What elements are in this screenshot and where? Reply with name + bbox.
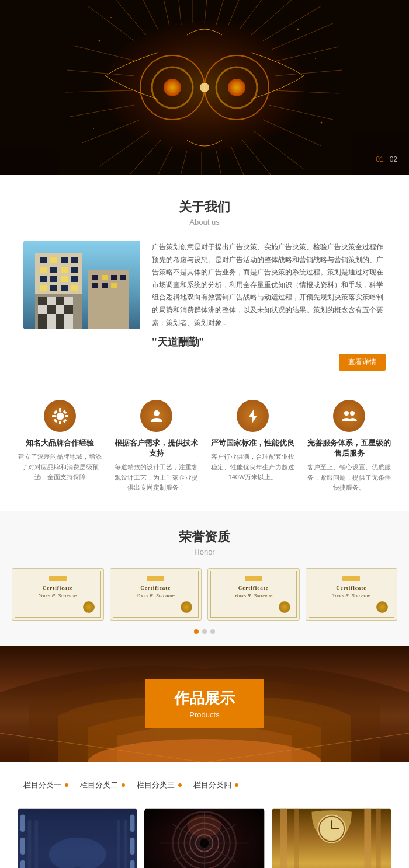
svg-rect-69 bbox=[50, 285, 57, 291]
lightning-icon bbox=[244, 407, 262, 425]
feature-desc-1: 建立了深厚的品牌地域，增添了对对应品牌和消费层级预选，全面支持保障 bbox=[18, 452, 102, 483]
tab-category-2[interactable]: 栏目分类二 bbox=[74, 777, 131, 793]
honor-dot-3[interactable] bbox=[210, 629, 215, 634]
svg-rect-79 bbox=[111, 283, 117, 288]
product-row-1: 产品展示六 bbox=[18, 808, 391, 868]
about-text-block: 广告策划创意是对于提出广告决策、实施广告决策、检验广告决策全过程作预先的考虑与设… bbox=[152, 241, 386, 371]
product-image-5 bbox=[144, 808, 264, 868]
certificate-list: Certificate Yours R. Surname Certificate… bbox=[12, 568, 397, 621]
feature-item-1: 知名大品牌合作经验 建立了深厚的品牌地域，增添了对对应品牌和消费层级预选，全面支… bbox=[18, 400, 102, 493]
svg-rect-71 bbox=[71, 285, 78, 291]
feature-icon-1 bbox=[44, 400, 76, 432]
tab-label-2: 栏目分类二 bbox=[80, 780, 118, 790]
cert-seal-3 bbox=[279, 601, 290, 613]
svg-rect-78 bbox=[102, 283, 108, 288]
honor-title: 荣誉资质 bbox=[12, 528, 397, 546]
product-tabs-section: 栏目分类一 栏目分类二 栏目分类三 栏目分类四 bbox=[0, 762, 409, 799]
cert-ribbon-3 bbox=[245, 576, 262, 581]
cert-title-4: Certificate bbox=[311, 585, 393, 591]
svg-rect-68 bbox=[40, 285, 47, 291]
svg-point-43 bbox=[297, 29, 299, 30]
cert-ribbon-2 bbox=[147, 576, 164, 581]
svg-rect-77 bbox=[92, 283, 98, 288]
honor-dot-2[interactable] bbox=[202, 629, 207, 634]
cert-name-2: Yours R. Surname bbox=[115, 593, 197, 598]
svg-point-38 bbox=[164, 79, 181, 96]
honor-subtitle: Honor bbox=[12, 548, 397, 556]
svg-rect-137 bbox=[376, 809, 381, 868]
certificate-card-3: Certificate Yours R. Surname bbox=[207, 568, 300, 621]
building-illustration bbox=[23, 241, 140, 329]
about-content: 广告策划创意是对于提出广告决策、实施广告决策、检验广告决策全过程作预先的考虑与设… bbox=[23, 241, 386, 371]
svg-rect-65 bbox=[50, 276, 57, 282]
svg-rect-120 bbox=[124, 820, 127, 868]
svg-rect-135 bbox=[294, 809, 299, 868]
svg-point-104 bbox=[344, 411, 349, 416]
svg-rect-88 bbox=[64, 305, 73, 314]
hero-background bbox=[0, 0, 409, 175]
svg-point-45 bbox=[321, 122, 323, 124]
feature-item-4: 完善服务体系，五星级的售后服务 客户至上、销心设置、优质服务，紧跟问题，提供了无… bbox=[307, 400, 391, 493]
svg-rect-74 bbox=[102, 275, 108, 280]
cert-title-1: Certificate bbox=[17, 585, 99, 591]
tab-dot-4 bbox=[235, 783, 238, 787]
svg-rect-96 bbox=[52, 415, 56, 417]
svg-marker-103 bbox=[249, 409, 257, 424]
product-card-5[interactable]: 产品展示五 bbox=[144, 808, 264, 868]
svg-point-41 bbox=[99, 40, 100, 42]
product-card-6[interactable]: 产品展示六 bbox=[18, 808, 137, 868]
products-title-box: 作品展示 Products bbox=[145, 679, 264, 728]
svg-rect-95 bbox=[59, 421, 61, 424]
cert-seal-2 bbox=[181, 601, 192, 613]
svg-rect-84 bbox=[64, 297, 73, 305]
gear-icon bbox=[51, 407, 69, 425]
svg-rect-73 bbox=[92, 275, 98, 280]
svg-rect-59 bbox=[71, 257, 78, 263]
product-card-4[interactable]: 产品展示四 bbox=[272, 808, 391, 868]
svg-rect-117 bbox=[28, 820, 32, 868]
svg-rect-56 bbox=[40, 257, 47, 263]
svg-rect-75 bbox=[111, 275, 117, 280]
tab-dot-2 bbox=[122, 783, 125, 787]
svg-rect-134 bbox=[280, 809, 287, 868]
products-subtitle: Products bbox=[174, 710, 235, 719]
tab-dot-1 bbox=[65, 783, 68, 787]
cert-name-4: Yours R. Surname bbox=[311, 593, 393, 598]
svg-rect-99 bbox=[63, 410, 67, 414]
honor-dot-1[interactable] bbox=[194, 629, 199, 634]
svg-rect-81 bbox=[38, 297, 47, 305]
svg-rect-91 bbox=[56, 314, 64, 329]
feature-title-3: 严苛国家标准，性能优良 bbox=[210, 438, 295, 448]
tab-category-3[interactable]: 栏目分类三 bbox=[131, 777, 188, 793]
product-image-4 bbox=[272, 808, 391, 868]
hero-section: 01 02 bbox=[0, 0, 409, 175]
tab-category-4[interactable]: 栏目分类四 bbox=[188, 777, 244, 793]
svg-rect-115 bbox=[130, 860, 135, 868]
svg-rect-70 bbox=[61, 285, 68, 291]
cert-seal-1 bbox=[83, 601, 95, 613]
svg-rect-52 bbox=[0, 146, 58, 175]
honor-section: 荣誉资质 Honor Certificate Yours R. Surname … bbox=[0, 511, 409, 646]
svg-rect-62 bbox=[61, 267, 68, 273]
about-description: 广告策划创意是对于提出广告决策、实施广告决策、检验广告决策全过程作预先的考虑与设… bbox=[152, 241, 386, 329]
svg-point-44 bbox=[315, 58, 316, 59]
feature-icon-4 bbox=[333, 400, 365, 432]
feature-title-4: 完善服务体系，五星级的售后服务 bbox=[307, 438, 391, 459]
svg-rect-118 bbox=[34, 820, 38, 868]
svg-point-93 bbox=[57, 413, 64, 420]
feature-title-2: 根据客户需求，提供技术支持 bbox=[114, 438, 199, 459]
svg-rect-63 bbox=[71, 267, 78, 273]
about-subtitle: About us bbox=[23, 218, 386, 226]
svg-rect-53 bbox=[351, 134, 409, 175]
about-image-inner bbox=[23, 241, 140, 329]
cert-ribbon-1 bbox=[49, 576, 67, 581]
svg-point-42 bbox=[110, 17, 112, 18]
tab-label-4: 栏目分类四 bbox=[193, 780, 231, 790]
tab-label-3: 栏目分类三 bbox=[137, 780, 175, 790]
svg-point-131 bbox=[200, 839, 209, 848]
svg-rect-90 bbox=[47, 314, 56, 329]
tab-category-1[interactable]: 栏目分类一 bbox=[18, 777, 74, 793]
products-banner: 作品展示 Products bbox=[0, 646, 409, 762]
svg-point-102 bbox=[154, 410, 160, 416]
about-detail-button[interactable]: 查看详情 bbox=[339, 354, 386, 371]
